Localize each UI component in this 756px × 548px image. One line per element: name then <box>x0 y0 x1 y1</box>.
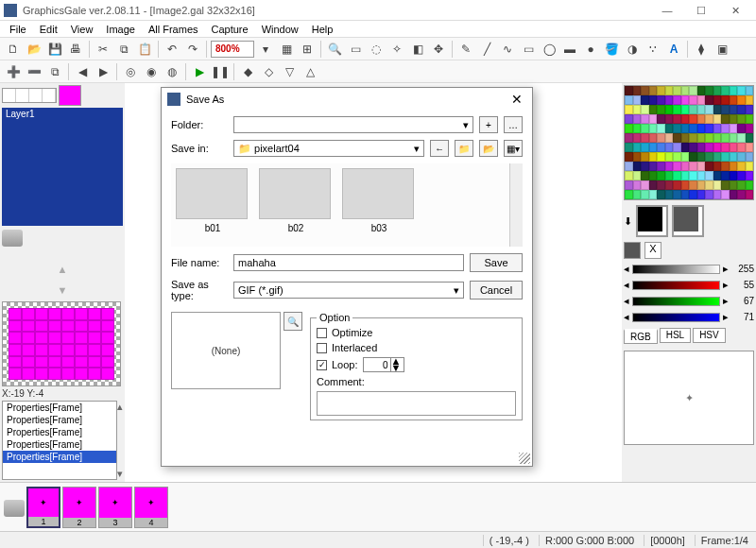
tab-hsl[interactable]: HSL <box>660 328 691 343</box>
menu-image[interactable]: Image <box>100 24 141 35</box>
savein-combo[interactable]: 📁 pixelart04▾ <box>233 140 424 157</box>
pencil-icon[interactable]: ✎ <box>456 40 475 59</box>
file-item[interactable]: b02 <box>259 168 333 242</box>
list-item[interactable]: Properties[Frame] <box>3 438 116 451</box>
menu-view[interactable]: View <box>65 24 99 35</box>
frame-cell[interactable]: ✦3 <box>98 487 132 528</box>
maximize-button[interactable]: ☐ <box>684 1 718 20</box>
spray-icon[interactable]: ∵ <box>644 40 662 59</box>
play-icon[interactable]: ▶ <box>190 62 209 81</box>
snap-icon[interactable]: ⊞ <box>298 40 317 59</box>
zoom-arrow-icon[interactable]: ▾ <box>256 40 275 59</box>
cancel-button[interactable]: Cancel <box>470 281 523 300</box>
undo-icon[interactable]: ↶ <box>163 40 181 59</box>
layer-name[interactable]: Layer1 <box>2 108 123 226</box>
pause-icon[interactable]: ❚❚ <box>211 62 230 81</box>
list-scrollbar[interactable]: ▴▾ <box>117 401 123 480</box>
swatch-arrow-icon[interactable]: ⬇ <box>624 215 632 228</box>
line-icon[interactable]: ╱ <box>477 40 496 59</box>
frame-cell[interactable]: ✦2 <box>62 487 96 528</box>
next-frame-icon[interactable]: ▶ <box>94 62 112 81</box>
disk-icon[interactable] <box>2 230 23 247</box>
red-slider[interactable] <box>632 281 720 290</box>
tool-c-icon[interactable]: ▽ <box>280 62 299 81</box>
layer-visibility-icons[interactable] <box>2 88 57 103</box>
nav-up-icon[interactable]: ▲ <box>58 264 68 275</box>
save-button[interactable]: Save <box>470 253 523 272</box>
duplicate-frame-icon[interactable]: ⧉ <box>45 62 64 81</box>
browse-button[interactable]: … <box>504 116 523 133</box>
file-scrollbar[interactable] <box>509 163 523 247</box>
foreground-swatch[interactable] <box>636 205 668 237</box>
grid-icon[interactable]: ▦ <box>277 40 296 59</box>
background-swatch[interactable] <box>672 205 704 237</box>
menu-allframes[interactable]: All Frames <box>143 24 204 35</box>
menu-window[interactable]: Window <box>256 24 304 35</box>
folder-combo[interactable]: ▾ <box>233 116 473 133</box>
move-icon[interactable]: ✥ <box>429 40 448 59</box>
menu-edit[interactable]: Edit <box>34 24 63 35</box>
loop-spinner[interactable]: ▲▼ <box>363 357 404 372</box>
preview-search-icon[interactable]: 🔍 <box>284 312 302 331</box>
back-button[interactable]: ← <box>430 140 449 157</box>
color-select-icon[interactable]: ◧ <box>408 40 427 59</box>
zoom-level[interactable]: 800% <box>211 41 254 58</box>
onion2-icon[interactable]: ◉ <box>142 62 161 81</box>
color-palette[interactable] <box>624 85 754 200</box>
up-folder-button[interactable]: 📁 <box>455 140 473 157</box>
optimize-checkbox[interactable]: Optimize <box>317 327 516 338</box>
comment-input[interactable] <box>317 391 516 416</box>
file-item[interactable]: b03 <box>342 168 416 242</box>
view-mode-button[interactable]: ▦▾ <box>504 140 523 157</box>
select-lasso-icon[interactable]: ◌ <box>367 40 386 59</box>
minimize-button[interactable]: — <box>650 1 684 20</box>
list-item[interactable]: Properties[Frame] <box>3 414 116 426</box>
filled-rect-icon[interactable]: ▬ <box>560 40 579 59</box>
list-item-selected[interactable]: Properties[Frame] <box>3 451 116 463</box>
add-frame-icon[interactable]: ➕ <box>4 62 23 81</box>
filled-oval-icon[interactable]: ● <box>581 40 600 59</box>
slider-caret-icon[interactable]: ◂ <box>624 263 629 275</box>
cut-icon[interactable]: ✂ <box>94 40 112 59</box>
interlaced-checkbox[interactable]: Interlaced <box>317 342 516 353</box>
file-browser[interactable]: b01 b02 b03 <box>171 163 523 247</box>
menu-capture[interactable]: Capture <box>206 24 254 35</box>
resize-grip[interactable] <box>519 453 530 464</box>
menu-file[interactable]: File <box>4 24 32 35</box>
frame-cell[interactable]: ✦4 <box>134 487 168 528</box>
canvas-preview[interactable] <box>2 301 121 386</box>
stamp-icon[interactable]: ▣ <box>713 40 731 59</box>
oval-icon[interactable]: ◯ <box>540 40 558 59</box>
menu-help[interactable]: Help <box>306 24 339 35</box>
curve-icon[interactable]: ∿ <box>498 40 517 59</box>
green-slider[interactable] <box>632 297 720 306</box>
magnifier-icon[interactable]: 🔍 <box>325 40 344 59</box>
dialog-close-button[interactable]: ✕ <box>507 92 526 107</box>
remove-frame-icon[interactable]: ➖ <box>25 62 43 81</box>
savetype-combo[interactable]: GIF (*.gif)▾ <box>233 282 464 299</box>
frame-cell[interactable]: ✦1 <box>26 487 60 528</box>
rect-icon[interactable]: ▭ <box>519 40 538 59</box>
tool-d-icon[interactable]: △ <box>301 62 319 81</box>
list-item[interactable]: Properties[Frame] <box>3 426 116 438</box>
alpha-slider[interactable] <box>632 265 720 274</box>
prev-frame-icon[interactable]: ◀ <box>73 62 92 81</box>
save-icon[interactable]: 💾 <box>45 40 64 59</box>
select-rect-icon[interactable]: ▭ <box>346 40 365 59</box>
list-item[interactable]: Properties[Frame] <box>3 402 116 414</box>
add-folder-button[interactable]: + <box>479 116 498 133</box>
tool-a-icon[interactable]: ◆ <box>238 62 257 81</box>
nav-down-icon[interactable]: ▼ <box>58 284 68 296</box>
print-icon[interactable]: 🖶 <box>66 40 85 59</box>
replace-color-icon[interactable]: ◑ <box>623 40 642 59</box>
text-icon[interactable]: A <box>664 40 683 59</box>
swatch-x[interactable]: X <box>644 242 662 259</box>
new-folder-button[interactable]: 📂 <box>479 140 498 157</box>
tool-b-icon[interactable]: ◇ <box>259 62 278 81</box>
eyedropper-icon[interactable]: ⧫ <box>692 40 711 59</box>
loop-checkbox[interactable]: ✓Loop: ▲▼ <box>317 357 516 372</box>
tab-hsv[interactable]: HSV <box>693 328 726 343</box>
file-item[interactable]: b01 <box>176 168 249 242</box>
properties-list[interactable]: Properties[Frame] Properties[Frame] Prop… <box>2 401 117 480</box>
layer-thumbnail[interactable] <box>59 85 81 106</box>
